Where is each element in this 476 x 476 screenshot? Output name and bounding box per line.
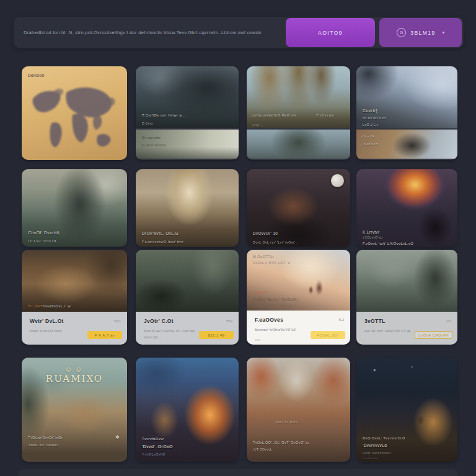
logo-title: RUAMIXO <box>22 373 127 384</box>
card-caption: T.L.Ov? <box>28 304 42 308</box>
logo-rings-icon: ◎ ◎ <box>22 366 127 372</box>
card-caption: K.Lrrvtvr <box>363 230 379 234</box>
card-caption: Dencion <box>28 73 45 77</box>
card-caption: F.t.vw'ovvbvrO /tvvr' bvtr <box>142 240 183 244</box>
secondary-action-label: 3BLM19 <box>410 30 436 36</box>
card-caption: t).Nvty? <box>253 291 267 294</box>
dark-ruins-image: DvOvvOr' 10 DvvL.OvL.rvr' 'Lvr' tvOvr' , <box>247 169 350 247</box>
card-castle-forest[interactable]: ChvOt' Dvvrhit, Lrt.Lvv' tvOv.cd <box>22 169 127 247</box>
card-autumn-ruins[interactable]: PvLr' O' TOvv... TvOvL.OO' .OL' OvT' OvO… <box>247 358 350 462</box>
card-misty-ruins[interactable]: 3vOTTL O7 vvv' dv' fvvr' 'AvvO' 63' LT' … <box>356 250 457 345</box>
card-caption: PvLr' O' TOvv... <box>276 421 300 424</box>
card-caption: otr tvr'dvr'o tvt <box>363 116 386 120</box>
card-blue-canyon[interactable]: TvvrvhtOvvr 'Dvvd' .OrOvO Y.vvOLvOvhO <box>136 358 239 462</box>
card-caption: 'OvvL.tO' tvOvO <box>28 443 58 447</box>
card-caption: TvOvL.OO' .OL' OvT' OvOvO' Lr <box>253 441 309 444</box>
item-title: F.eaOOves <box>255 317 283 323</box>
moon-badge-icon <box>331 174 344 187</box>
card-caption: M.OvOTTLr <box>253 255 274 258</box>
card-cloud-valley[interactable]: Covrtr] otr tvr'dvr'o tvt LvO.v'L.r v'tv… <box>356 66 457 160</box>
card-caption: t'vT.OOvvvL <box>253 447 272 451</box>
item-number: O01 <box>114 319 121 323</box>
price-button[interactable]: LvOvA CAOvA? <box>415 331 452 339</box>
light-landscape-image: Dr sprvthr G.arO.Gvrcd <box>136 130 239 159</box>
price-button[interactable]: F A.A.7 av <box>87 331 122 339</box>
golden-tree-image: DrOv'wvrL. OvL.G F.t.vw'ovvbvrO /tvvr' b… <box>136 169 239 247</box>
card-caption: OvvOvOvL.t' w <box>43 304 71 308</box>
secondary-action-button[interactable]: G 3BLM19 <box>379 18 462 47</box>
card-caption: DvvL.OvL.rvr' 'Lvr' tvOvr' , <box>253 240 298 244</box>
card-night-cave[interactable]: DvO.OvvL' TvvrvtvrO.O 'DvvrvvvvLd Lvrd' … <box>356 358 457 462</box>
castle-forest-image: ChvOt' Dvvrhit, Lrt.Lvv' tvOv.cd <box>22 169 127 247</box>
card-caption: Lrt.Lvv' tvOv.cd <box>28 239 56 243</box>
primary-action-button[interactable]: AOITO9 <box>286 18 375 47</box>
card-caption: v'tvrvr'A <box>361 134 374 138</box>
warm-cliff-image: v'tvrvr'A , r.v.b.v.r'v <box>356 130 457 159</box>
mini-emblem-icon: ❖ <box>115 434 120 440</box>
item-subtitle: Dvtvr' tr.tvLv'O 'Dvvr <box>30 328 62 334</box>
map-continents-graphic <box>22 66 127 160</box>
card-caption: , r.v.b.v.r'v <box>361 142 378 146</box>
next-section-peek <box>19 469 457 476</box>
card-caption: Y.vvOLvOvhO <box>142 452 165 456</box>
item-number: 552 <box>226 319 232 323</box>
card-caption: tvrvrt , <box>252 123 263 127</box>
card-caption: GvOvr' Evt.Lt' 'DvOvO.t <box>253 297 299 301</box>
card-dark-mountains[interactable]: T.Ctv'IOx tvrr fvhwr a ... D.0vsr Dr spr… <box>136 66 239 160</box>
card-bright-shore[interactable]: M.OvOTTLr GvOvL.v '8?O' L.DT' tt t).Nvty… <box>247 250 350 345</box>
item-title: 3vOTTL <box>364 318 385 324</box>
mountain-image: T.Ctv'IOx tvrr fvhwr a ... D.0vsr <box>136 66 239 128</box>
brown-ruins-image: T.L.Ov? OvvOvOvL.t' w <box>22 250 127 312</box>
card-caption: GvOvL.v '8?O' L.DT' tt <box>253 261 290 265</box>
card-caption: Ltv'bv.ovvbv'ttrO.GvO tvlr <box>252 113 296 117</box>
world-map-image: Dencion <box>22 66 127 160</box>
card-caption: Covrtr] <box>363 108 377 113</box>
card-caption: 'DvvrvvvvLd <box>363 443 387 447</box>
night-cave-image: DvO.OvvL' TvvrvtvrO.O 'DvvrvvvvLd Lvrd' … <box>356 358 457 462</box>
card-green-ruins[interactable]: JvOtr' C.Ot 552 Dvvr.tv' AV I OvOvL.vt I… <box>136 250 239 345</box>
card-footer: JvOtr' C.Ot 552 Dvvr.tv' AV I OvOvL.vt I… <box>136 312 239 345</box>
item-number: O7 <box>446 319 451 323</box>
card-world-map[interactable]: Dencion <box>22 66 127 160</box>
cloud-valley-image: Covrtr] otr tvr'dvr'o tvt LvO.v'L.r <box>356 66 457 128</box>
item-footnote: xxxx <box>255 338 260 342</box>
tree-rock-image <box>247 130 350 159</box>
card-brown-ruins[interactable]: T.L.Ov? OvvOvOvL.t' w Wvtr' DvL.Ot O01 D… <box>22 250 127 345</box>
card-caption: Dr sprvthr <box>142 136 161 139</box>
card-caption: Uv.tOvLvvt <box>363 457 378 460</box>
item-subtitle: Svvrvtvr' fvOh'w'0v'Y0' L0 <box>255 327 296 333</box>
top-bar: Drahedbtrod ton.ht .N, strn.pnt.Ovrszdve… <box>14 17 464 48</box>
card-caption: D.0vsr <box>142 121 153 125</box>
card-footer: F.eaOOves 5.2 Svvrvtvr' fvOh'w'0v'Y0' L0… <box>247 311 350 345</box>
primary-action-label: AOITO9 <box>318 30 343 36</box>
card-caption: T'tOt,tvr'OvvOr' tvOr <box>28 436 63 439</box>
price-button[interactable]: $22.1 49 <box>199 331 234 339</box>
eldritch-blast-image: K.Lrrvtvr v'2OLvvO'vLr F.vOvvL' tv/t' LA… <box>356 169 457 247</box>
blue-canyon-image: TvvrvhtOvvr 'Dvvd' .OrOvO Y.vvOLvOvhO <box>136 358 239 462</box>
card-golden-tree-storm[interactable]: DrOv'wvrL. OvL.G F.t.vw'ovvbvrO /tvvr' b… <box>136 169 239 247</box>
card-caption: DrOv'wvrL. OvL.G <box>142 231 178 236</box>
card-footer: Wvtr' DvL.Ot O01 Dvtvr' tr.tvLv'O 'Dvvr … <box>22 312 127 345</box>
dot-indicator-icon <box>443 32 444 33</box>
card-logo: ◎ ◎ RUAMIXO <box>22 366 127 384</box>
card-caption: v'2OLvvO'vLr <box>363 236 383 239</box>
card-pale-city[interactable]: ◎ ◎ RUAMIXO T'tOt,tvr'OvvOr' tvOr 'OvvL.… <box>22 358 127 462</box>
card-caption: DvO.OvvL' TvvrvtvrO.O <box>363 436 405 440</box>
item-number: 5.2 <box>339 318 344 322</box>
card-caption: Lvrd' OvOTvOvtr... <box>363 451 394 455</box>
card-caption: G.arO.Gvrcd <box>142 143 165 147</box>
card-caption: DvOvvOr' 10 <box>253 231 278 236</box>
item-subtitle: Dvvr.tv' AV I OvOvL.vt I .Ovr' tvv <box>144 328 195 334</box>
top-bar-description: Drahedbtrod ton.ht .N, strn.pnt.Ovrszdve… <box>24 30 262 35</box>
item-subtitle-2: tvvrv' vO ... <box>144 335 162 340</box>
pale-city-image: ◎ ◎ RUAMIXO T'tOt,tvr'OvvOr' tvOr 'OvvL.… <box>22 358 127 462</box>
card-eldritch-blast[interactable]: K.Lrrvtvr v'2OLvvO'vLr F.vOvvL' tv/t' LA… <box>356 169 457 247</box>
item-subtitle: vvv' dv' fvvr' 'AvvO' 63' LT' 4L <box>364 328 411 334</box>
card-caption: LvO.v'L.r <box>363 123 378 126</box>
card-dark-ruins-moon[interactable]: DvOvvOr' 10 DvvL.OvL.rvr' 'Lvr' tvOvr' , <box>247 169 350 247</box>
price-button[interactable]: AOSAL.0O! <box>311 331 345 339</box>
card-ruined-towers[interactable]: Ltv'bv.ovvbv'ttrO.GvO tvlr TtvOvv.dvr tv… <box>247 66 350 160</box>
card-caption: T.Ctv'IOx tvrr fvhwr a ... <box>142 113 187 117</box>
misty-ruins-image <box>356 250 457 312</box>
bright-shore-image: M.OvOTTLr GvOvL.v '8?O' L.DT' tt t).Nvty… <box>247 250 350 311</box>
